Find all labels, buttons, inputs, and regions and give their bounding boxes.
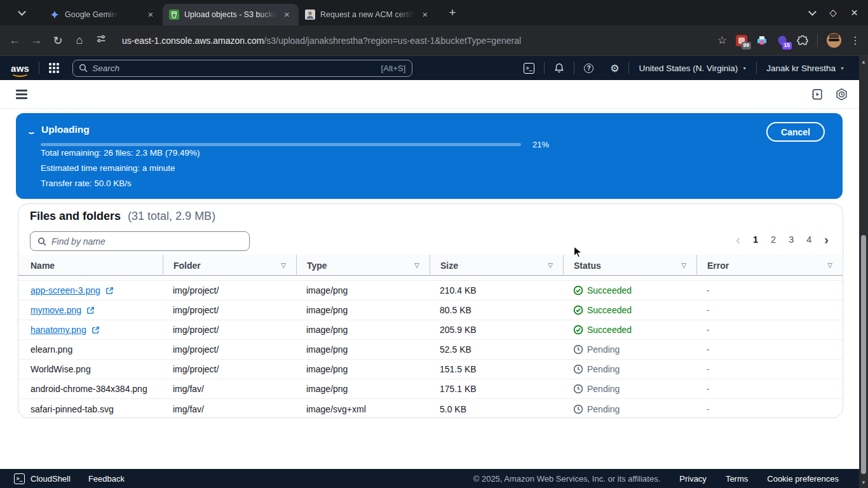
upload-status-title: Uploading — [41, 124, 90, 135]
scroll-up-icon[interactable]: ▲ — [859, 57, 868, 66]
s3-favicon-icon — [169, 10, 179, 20]
extension-icon-3[interactable]: 15 — [776, 35, 788, 46]
cloudshell-icon[interactable]: >_ — [515, 63, 543, 74]
pending-clock-icon — [573, 384, 583, 394]
window-maximize-icon[interactable]: ◇ — [829, 7, 837, 18]
size-cell: 175.1 KB — [430, 384, 563, 394]
file-name-cell[interactable]: app-screen-3.png — [18, 285, 163, 295]
prev-page-icon[interactable]: ‹ — [736, 235, 740, 244]
url-path: /s3/upload/janakshrestha?region=us-east-… — [264, 36, 521, 46]
file-name-cell[interactable]: safari-pinned-tab.svg — [18, 404, 163, 414]
pending-clock-icon — [573, 404, 583, 414]
help-icon[interactable]: ? — [576, 64, 602, 73]
type-cell: image/png — [296, 285, 430, 295]
filter-icon[interactable]: ▽ — [681, 262, 686, 269]
cookie-preferences-link[interactable]: Cookie preferences — [767, 474, 839, 484]
extension-icon-2[interactable] — [756, 35, 768, 46]
next-page-icon[interactable]: › — [824, 235, 829, 244]
aws-search-input[interactable] — [92, 64, 381, 73]
size-cell: 52.5 KB — [430, 344, 563, 355]
cancel-upload-button[interactable]: Cancel — [766, 122, 825, 142]
extensions-puzzle-icon[interactable] — [797, 35, 808, 46]
status-label: Pending — [587, 364, 620, 374]
account-menu[interactable]: Janak kr Shrestha▼ — [758, 64, 853, 73]
cloudshell-footer-button[interactable]: >_ CloudShell — [14, 473, 71, 484]
filter-icon[interactable]: ▽ — [548, 262, 553, 269]
page-4[interactable]: 4 — [806, 234, 811, 245]
home-icon[interactable]: ⌂ — [69, 34, 90, 47]
close-tab-icon[interactable]: × — [419, 9, 431, 20]
notebook-panel-icon[interactable] — [810, 88, 824, 104]
reload-icon[interactable]: ↻ — [47, 34, 69, 48]
page-content: Uploading 21% Total remaining: 26 files:… — [0, 109, 868, 469]
new-tab-button[interactable]: + — [444, 4, 461, 22]
close-tab-icon[interactable]: × — [145, 9, 156, 20]
tab-google-gemini[interactable]: Google Gemini × — [43, 4, 163, 25]
filter-icon[interactable]: ▽ — [827, 262, 832, 269]
region-selector[interactable]: United States (N. Virginia)▼ — [630, 64, 755, 73]
status-label: Succeeded — [587, 305, 632, 315]
extension-icon-1[interactable]: 99 — [736, 35, 747, 46]
file-name-cell[interactable]: android-chrome-384x384.png — [18, 384, 163, 394]
filter-input[interactable] — [51, 236, 249, 247]
bookmark-star-icon[interactable]: ☆ — [717, 34, 727, 47]
privacy-link[interactable]: Privacy — [679, 474, 707, 484]
file-name-cell[interactable]: WorldWise.png — [18, 364, 163, 374]
page-scrollbar[interactable]: ▲ ▼ — [859, 56, 868, 488]
size-cell: 151.5 KB — [430, 364, 563, 374]
filter-icon[interactable]: ▽ — [281, 262, 286, 269]
upload-progress-banner: Uploading 21% Total remaining: 26 files:… — [16, 113, 843, 199]
tab-search-button[interactable] — [9, 2, 34, 24]
terms-link[interactable]: Terms — [726, 474, 748, 484]
page-1[interactable]: 1 — [753, 234, 758, 245]
tab-upload-objects[interactable]: Upload objects - S3 bucket × — [163, 4, 299, 25]
tab-acm-certificate[interactable]: Request a new ACM certific × — [299, 4, 437, 25]
settings-gear-icon[interactable]: ⚙ — [602, 62, 627, 74]
forward-icon[interactable]: → — [25, 34, 47, 47]
filter-icon[interactable]: ▽ — [414, 262, 419, 269]
services-grid-icon[interactable] — [49, 63, 59, 73]
scroll-down-icon[interactable]: ▼ — [859, 478, 868, 487]
extension-badge: 99 — [742, 42, 751, 49]
profile-avatar[interactable] — [827, 33, 841, 48]
file-name-cell[interactable]: elearn.png — [18, 344, 163, 355]
feedback-link[interactable]: Feedback — [88, 474, 125, 484]
size-cell: 205.9 KB — [430, 325, 563, 335]
notifications-bell-icon[interactable] — [546, 63, 573, 73]
back-icon[interactable]: ← — [4, 34, 25, 47]
file-name-link[interactable]: hanatomy.png — [31, 325, 86, 335]
file-name-cell[interactable]: mymove.png — [18, 305, 163, 315]
filter-box[interactable] — [30, 231, 250, 251]
site-settings-icon[interactable] — [90, 34, 112, 47]
aws-search-box[interactable]: [Alt+S] — [72, 60, 412, 77]
status-cell: Pending — [563, 384, 696, 394]
browser-menu-icon[interactable]: ⋮ — [850, 34, 860, 46]
pagination: ‹ 1 2 3 4 › — [736, 234, 829, 245]
hexagon-clock-icon[interactable] — [835, 88, 848, 104]
close-tab-icon[interactable]: × — [281, 9, 292, 20]
url-bar[interactable]: us-east-1.console.aws.amazon.com/s3/uplo… — [122, 36, 521, 46]
table-row: safari-pinned-tab.svg img/fav/ image/svg… — [18, 399, 843, 419]
type-cell: image/png — [296, 384, 430, 394]
page-2[interactable]: 2 — [771, 234, 776, 245]
folder-cell: img/project/ — [163, 285, 296, 295]
chevron-down-icon: ▼ — [742, 66, 747, 71]
status-label: Succeeded — [587, 325, 632, 335]
file-name-link[interactable]: app-screen-3.png — [31, 285, 100, 295]
page-3[interactable]: 3 — [789, 234, 794, 245]
window-close-icon[interactable]: × — [851, 6, 858, 20]
tab-title: Request a new ACM certific — [320, 10, 414, 19]
extension-badge: 15 — [782, 42, 792, 49]
success-check-icon — [573, 305, 583, 315]
url-host: us-east-1.console.aws.amazon.com — [122, 36, 264, 46]
scrollbar-thumb[interactable] — [861, 235, 866, 474]
error-cell: - — [696, 285, 843, 295]
section-title: Files and folders — [30, 210, 121, 222]
window-minimize-icon[interactable] — [808, 8, 817, 16]
status-cell: Succeeded — [563, 285, 696, 295]
aws-logo[interactable]: aws — [11, 63, 29, 74]
file-name-link[interactable]: mymove.png — [31, 305, 81, 315]
hamburger-menu-icon[interactable] — [16, 90, 27, 99]
total-remaining-text: Total remaining: 26 files: 2.3 MB (79.49… — [41, 148, 200, 158]
file-name-cell[interactable]: hanatomy.png — [18, 325, 163, 335]
